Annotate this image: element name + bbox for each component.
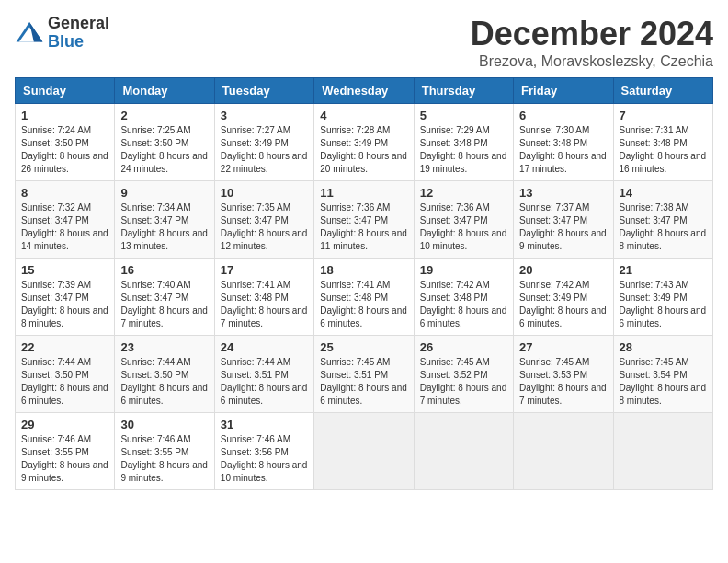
day-info: Sunrise: 7:34 AMSunset: 3:47 PMDaylight:… [120, 201, 208, 253]
calendar-day-header: Wednesday [314, 78, 414, 104]
calendar-day-header: Tuesday [214, 78, 313, 104]
day-number: 27 [519, 340, 607, 354]
day-number: 25 [320, 340, 407, 354]
calendar-day-cell: 20Sunrise: 7:42 AMSunset: 3:49 PMDayligh… [514, 259, 613, 336]
title-section: December 2024 Brezova, Moravskoslezsky, … [471, 15, 713, 70]
day-info: Sunrise: 7:42 AMSunset: 3:49 PMDaylight:… [519, 279, 607, 330]
calendar-day-cell: 9Sunrise: 7:34 AMSunset: 3:47 PMDaylight… [115, 181, 214, 259]
logo-general: General [48, 15, 109, 33]
day-info: Sunrise: 7:44 AMSunset: 3:50 PMDaylight:… [21, 356, 108, 408]
day-info: Sunrise: 7:30 AMSunset: 3:48 PMDaylight:… [519, 124, 607, 176]
calendar-day-cell: 18Sunrise: 7:41 AMSunset: 3:48 PMDayligh… [314, 259, 414, 336]
day-info: Sunrise: 7:46 AMSunset: 3:56 PMDaylight:… [221, 433, 308, 485]
day-info: Sunrise: 7:27 AMSunset: 3:49 PMDaylight:… [221, 124, 308, 176]
day-number: 15 [21, 263, 108, 277]
day-number: 24 [221, 340, 308, 354]
calendar-day-cell: 25Sunrise: 7:45 AMSunset: 3:51 PMDayligh… [314, 336, 414, 413]
calendar-day-header: Thursday [414, 78, 513, 104]
logo-text: General Blue [48, 15, 109, 52]
day-number: 16 [120, 263, 208, 277]
day-number: 3 [221, 109, 308, 122]
day-info: Sunrise: 7:46 AMSunset: 3:55 PMDaylight:… [120, 433, 208, 485]
day-number: 4 [320, 109, 407, 122]
day-info: Sunrise: 7:25 AMSunset: 3:50 PMDaylight:… [120, 124, 208, 176]
day-info: Sunrise: 7:32 AMSunset: 3:47 PMDaylight:… [21, 201, 108, 253]
day-info: Sunrise: 7:31 AMSunset: 3:48 PMDaylight:… [620, 124, 707, 176]
calendar-day-cell: 22Sunrise: 7:44 AMSunset: 3:50 PMDayligh… [16, 336, 115, 413]
calendar-day-cell [314, 413, 414, 490]
day-number: 18 [320, 263, 407, 277]
month-title: December 2024 [471, 15, 713, 53]
day-info: Sunrise: 7:40 AMSunset: 3:47 PMDaylight:… [120, 279, 208, 330]
day-info: Sunrise: 7:45 AMSunset: 3:53 PMDaylight:… [519, 356, 607, 408]
calendar-header-row: SundayMondayTuesdayWednesdayThursdayFrid… [16, 78, 713, 104]
day-number: 13 [519, 186, 607, 200]
calendar-day-header: Friday [514, 78, 613, 104]
day-number: 6 [519, 109, 607, 122]
calendar-day-cell [613, 413, 712, 490]
day-number: 17 [221, 263, 308, 277]
calendar-day-cell: 12Sunrise: 7:36 AMSunset: 3:47 PMDayligh… [414, 181, 513, 259]
day-number: 22 [21, 340, 108, 354]
calendar-day-cell: 7Sunrise: 7:31 AMSunset: 3:48 PMDaylight… [613, 104, 712, 181]
day-info: Sunrise: 7:39 AMSunset: 3:47 PMDaylight:… [21, 279, 108, 330]
calendar-day-cell: 14Sunrise: 7:38 AMSunset: 3:47 PMDayligh… [613, 181, 712, 259]
day-number: 5 [420, 109, 507, 122]
calendar-week-row: 8Sunrise: 7:32 AMSunset: 3:47 PMDaylight… [16, 181, 713, 259]
day-number: 8 [21, 186, 108, 200]
calendar-day-cell: 2Sunrise: 7:25 AMSunset: 3:50 PMDaylight… [115, 104, 214, 181]
day-info: Sunrise: 7:24 AMSunset: 3:50 PMDaylight:… [21, 124, 108, 176]
day-number: 19 [420, 263, 507, 277]
day-number: 30 [120, 418, 208, 431]
calendar-week-row: 15Sunrise: 7:39 AMSunset: 3:47 PMDayligh… [16, 259, 713, 336]
day-number: 26 [420, 340, 507, 354]
logo: General Blue [15, 15, 109, 52]
page-header: General Blue December 2024 Brezova, Mora… [15, 15, 713, 70]
day-info: Sunrise: 7:45 AMSunset: 3:54 PMDaylight:… [620, 356, 707, 408]
day-info: Sunrise: 7:41 AMSunset: 3:48 PMDaylight:… [221, 279, 308, 330]
day-info: Sunrise: 7:44 AMSunset: 3:50 PMDaylight:… [120, 356, 208, 408]
calendar-day-cell: 11Sunrise: 7:36 AMSunset: 3:47 PMDayligh… [314, 181, 414, 259]
day-number: 12 [420, 186, 507, 200]
location: Brezova, Moravskoslezsky, Czechia [471, 53, 713, 70]
calendar-day-cell: 30Sunrise: 7:46 AMSunset: 3:55 PMDayligh… [115, 413, 214, 490]
logo-blue: Blue [48, 33, 109, 52]
calendar-day-cell: 6Sunrise: 7:30 AMSunset: 3:48 PMDaylight… [514, 104, 613, 181]
day-info: Sunrise: 7:45 AMSunset: 3:52 PMDaylight:… [420, 356, 507, 408]
calendar-day-cell: 13Sunrise: 7:37 AMSunset: 3:47 PMDayligh… [514, 181, 613, 259]
calendar-body: 1Sunrise: 7:24 AMSunset: 3:50 PMDaylight… [16, 104, 713, 490]
calendar-day-cell: 8Sunrise: 7:32 AMSunset: 3:47 PMDaylight… [16, 181, 115, 259]
day-info: Sunrise: 7:28 AMSunset: 3:49 PMDaylight:… [320, 124, 407, 176]
calendar-day-cell: 10Sunrise: 7:35 AMSunset: 3:47 PMDayligh… [214, 181, 313, 259]
calendar-day-cell: 28Sunrise: 7:45 AMSunset: 3:54 PMDayligh… [613, 336, 712, 413]
calendar-day-cell: 23Sunrise: 7:44 AMSunset: 3:50 PMDayligh… [115, 336, 214, 413]
day-number: 10 [221, 186, 308, 200]
calendar-day-cell: 26Sunrise: 7:45 AMSunset: 3:52 PMDayligh… [414, 336, 513, 413]
day-info: Sunrise: 7:42 AMSunset: 3:48 PMDaylight:… [420, 279, 507, 330]
day-number: 31 [221, 418, 308, 431]
calendar-day-header: Saturday [613, 78, 712, 104]
calendar-day-header: Sunday [16, 78, 115, 104]
calendar-table: SundayMondayTuesdayWednesdayThursdayFrid… [15, 77, 713, 490]
calendar-day-cell [514, 413, 613, 490]
calendar-day-header: Monday [115, 78, 214, 104]
calendar-day-cell: 27Sunrise: 7:45 AMSunset: 3:53 PMDayligh… [514, 336, 613, 413]
calendar-day-cell: 3Sunrise: 7:27 AMSunset: 3:49 PMDaylight… [214, 104, 313, 181]
logo-icon [15, 18, 44, 48]
day-info: Sunrise: 7:45 AMSunset: 3:51 PMDaylight:… [320, 356, 407, 408]
day-number: 2 [120, 109, 208, 122]
calendar-day-cell: 15Sunrise: 7:39 AMSunset: 3:47 PMDayligh… [16, 259, 115, 336]
calendar-week-row: 29Sunrise: 7:46 AMSunset: 3:55 PMDayligh… [16, 413, 713, 490]
day-info: Sunrise: 7:43 AMSunset: 3:49 PMDaylight:… [620, 279, 707, 330]
day-number: 14 [620, 186, 707, 200]
calendar-day-cell: 4Sunrise: 7:28 AMSunset: 3:49 PMDaylight… [314, 104, 414, 181]
calendar-day-cell: 21Sunrise: 7:43 AMSunset: 3:49 PMDayligh… [613, 259, 712, 336]
calendar-day-cell: 1Sunrise: 7:24 AMSunset: 3:50 PMDaylight… [16, 104, 115, 181]
day-info: Sunrise: 7:46 AMSunset: 3:55 PMDaylight:… [21, 433, 108, 485]
calendar-day-cell: 31Sunrise: 7:46 AMSunset: 3:56 PMDayligh… [214, 413, 313, 490]
day-info: Sunrise: 7:36 AMSunset: 3:47 PMDaylight:… [320, 201, 407, 253]
calendar-day-cell: 16Sunrise: 7:40 AMSunset: 3:47 PMDayligh… [115, 259, 214, 336]
day-number: 21 [620, 263, 707, 277]
calendar-week-row: 1Sunrise: 7:24 AMSunset: 3:50 PMDaylight… [16, 104, 713, 181]
day-number: 1 [21, 109, 108, 122]
